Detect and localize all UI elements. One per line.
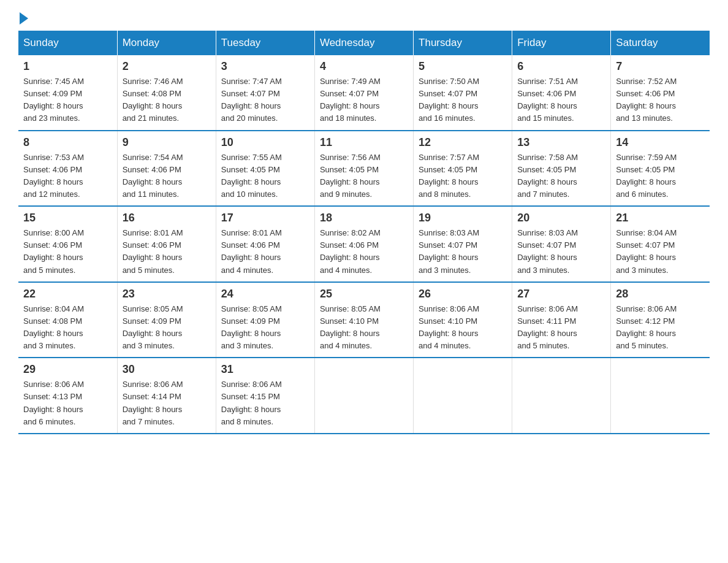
day-number: 27: [517, 288, 605, 301]
day-info: Sunrise: 7:45 AMSunset: 4:09 PMDaylight:…: [23, 75, 112, 125]
day-info: Sunrise: 7:52 AMSunset: 4:06 PMDaylight:…: [616, 75, 705, 125]
day-number: 7: [616, 60, 705, 73]
calendar-cell: 30 Sunrise: 8:06 AMSunset: 4:14 PMDaylig…: [117, 358, 216, 434]
day-info: Sunrise: 8:06 AMSunset: 4:13 PMDaylight:…: [23, 378, 112, 428]
calendar-cell: [314, 358, 413, 434]
day-number: 29: [23, 363, 112, 376]
page-header: [18, 12, 710, 25]
day-info: Sunrise: 7:47 AMSunset: 4:07 PMDaylight:…: [221, 75, 309, 125]
calendar-week-4: 22 Sunrise: 8:04 AMSunset: 4:08 PMDaylig…: [18, 282, 710, 358]
day-number: 13: [517, 136, 605, 149]
day-info: Sunrise: 7:54 AMSunset: 4:06 PMDaylight:…: [123, 151, 211, 201]
calendar-cell: 23 Sunrise: 8:05 AMSunset: 4:09 PMDaylig…: [117, 282, 216, 358]
calendar-cell: 24 Sunrise: 8:05 AMSunset: 4:09 PMDaylig…: [216, 282, 314, 358]
day-number: 12: [419, 136, 507, 149]
day-number: 10: [221, 136, 309, 149]
day-number: 6: [517, 60, 605, 73]
calendar-cell: 7 Sunrise: 7:52 AMSunset: 4:06 PMDayligh…: [611, 55, 710, 131]
day-number: 21: [616, 212, 705, 224]
day-info: Sunrise: 8:03 AMSunset: 4:07 PMDaylight:…: [419, 227, 507, 277]
day-number: 28: [616, 288, 705, 301]
day-info: Sunrise: 8:06 AMSunset: 4:10 PMDaylight:…: [419, 303, 507, 353]
day-number: 17: [221, 212, 309, 224]
calendar-cell: 12 Sunrise: 7:57 AMSunset: 4:05 PMDaylig…: [414, 131, 512, 207]
day-info: Sunrise: 8:06 AMSunset: 4:11 PMDaylight:…: [517, 303, 605, 353]
day-number: 30: [123, 363, 211, 376]
day-info: Sunrise: 7:55 AMSunset: 4:05 PMDaylight:…: [221, 151, 309, 201]
day-info: Sunrise: 7:49 AMSunset: 4:07 PMDaylight:…: [320, 75, 408, 125]
day-number: 20: [517, 212, 605, 224]
calendar-cell: 28 Sunrise: 8:06 AMSunset: 4:12 PMDaylig…: [611, 282, 710, 358]
header-wednesday: Wednesday: [314, 31, 413, 55]
day-info: Sunrise: 8:06 AMSunset: 4:14 PMDaylight:…: [123, 378, 211, 428]
day-number: 31: [221, 363, 309, 376]
calendar-cell: 8 Sunrise: 7:53 AMSunset: 4:06 PMDayligh…: [18, 131, 117, 207]
day-info: Sunrise: 7:56 AMSunset: 4:05 PMDaylight:…: [320, 151, 408, 201]
header-tuesday: Tuesday: [216, 31, 314, 55]
day-number: 8: [23, 136, 112, 149]
day-info: Sunrise: 8:03 AMSunset: 4:07 PMDaylight:…: [517, 227, 605, 277]
day-info: Sunrise: 8:00 AMSunset: 4:06 PMDaylight:…: [23, 227, 112, 277]
day-number: 23: [123, 288, 211, 301]
day-number: 9: [123, 136, 211, 149]
day-info: Sunrise: 8:04 AMSunset: 4:07 PMDaylight:…: [616, 227, 705, 277]
calendar-cell: 11 Sunrise: 7:56 AMSunset: 4:05 PMDaylig…: [314, 131, 413, 207]
day-number: 18: [320, 212, 408, 224]
calendar-cell: [512, 358, 611, 434]
day-info: Sunrise: 7:46 AMSunset: 4:08 PMDaylight:…: [123, 75, 211, 125]
day-info: Sunrise: 7:58 AMSunset: 4:05 PMDaylight:…: [517, 151, 605, 201]
day-number: 26: [419, 288, 507, 301]
calendar-cell: 3 Sunrise: 7:47 AMSunset: 4:07 PMDayligh…: [216, 55, 314, 131]
day-number: 4: [320, 60, 408, 73]
day-info: Sunrise: 8:05 AMSunset: 4:09 PMDaylight:…: [123, 303, 211, 353]
header-friday: Friday: [512, 31, 611, 55]
calendar-cell: 26 Sunrise: 8:06 AMSunset: 4:10 PMDaylig…: [414, 282, 512, 358]
calendar-cell: 22 Sunrise: 8:04 AMSunset: 4:08 PMDaylig…: [18, 282, 117, 358]
day-number: 2: [123, 60, 211, 73]
calendar-cell: 25 Sunrise: 8:05 AMSunset: 4:10 PMDaylig…: [314, 282, 413, 358]
calendar-cell: 19 Sunrise: 8:03 AMSunset: 4:07 PMDaylig…: [414, 206, 512, 282]
calendar-cell: 18 Sunrise: 8:02 AMSunset: 4:06 PMDaylig…: [314, 206, 413, 282]
calendar-cell: 10 Sunrise: 7:55 AMSunset: 4:05 PMDaylig…: [216, 131, 314, 207]
calendar-cell: 5 Sunrise: 7:50 AMSunset: 4:07 PMDayligh…: [414, 55, 512, 131]
calendar-cell: 16 Sunrise: 8:01 AMSunset: 4:06 PMDaylig…: [117, 206, 216, 282]
day-number: 19: [419, 212, 507, 224]
day-number: 5: [419, 60, 507, 73]
day-info: Sunrise: 7:50 AMSunset: 4:07 PMDaylight:…: [419, 75, 507, 125]
calendar-week-5: 29 Sunrise: 8:06 AMSunset: 4:13 PMDaylig…: [18, 358, 710, 434]
header-sunday: Sunday: [18, 31, 117, 55]
calendar-week-1: 1 Sunrise: 7:45 AMSunset: 4:09 PMDayligh…: [18, 55, 710, 131]
calendar-week-3: 15 Sunrise: 8:00 AMSunset: 4:06 PMDaylig…: [18, 206, 710, 282]
day-number: 15: [23, 212, 112, 224]
day-info: Sunrise: 7:57 AMSunset: 4:05 PMDaylight:…: [419, 151, 507, 201]
calendar-cell: 29 Sunrise: 8:06 AMSunset: 4:13 PMDaylig…: [18, 358, 117, 434]
calendar-cell: 27 Sunrise: 8:06 AMSunset: 4:11 PMDaylig…: [512, 282, 611, 358]
day-info: Sunrise: 7:53 AMSunset: 4:06 PMDaylight:…: [23, 151, 112, 201]
day-number: 14: [616, 136, 705, 149]
day-info: Sunrise: 8:01 AMSunset: 4:06 PMDaylight:…: [221, 227, 309, 277]
header-monday: Monday: [117, 31, 216, 55]
day-info: Sunrise: 7:59 AMSunset: 4:05 PMDaylight:…: [616, 151, 705, 201]
calendar-cell: [611, 358, 710, 434]
calendar-cell: 15 Sunrise: 8:00 AMSunset: 4:06 PMDaylig…: [18, 206, 117, 282]
calendar-cell: 21 Sunrise: 8:04 AMSunset: 4:07 PMDaylig…: [611, 206, 710, 282]
day-number: 1: [23, 60, 112, 73]
calendar-cell: [414, 358, 512, 434]
calendar-cell: 14 Sunrise: 7:59 AMSunset: 4:05 PMDaylig…: [611, 131, 710, 207]
calendar-table: SundayMondayTuesdayWednesdayThursdayFrid…: [18, 31, 710, 434]
day-info: Sunrise: 8:05 AMSunset: 4:10 PMDaylight:…: [320, 303, 408, 353]
calendar-cell: 13 Sunrise: 7:58 AMSunset: 4:05 PMDaylig…: [512, 131, 611, 207]
logo: [18, 12, 29, 25]
header-thursday: Thursday: [414, 31, 512, 55]
logo-triangle-icon: [20, 12, 28, 25]
day-number: 3: [221, 60, 309, 73]
day-info: Sunrise: 8:06 AMSunset: 4:15 PMDaylight:…: [221, 378, 309, 428]
calendar-cell: 4 Sunrise: 7:49 AMSunset: 4:07 PMDayligh…: [314, 55, 413, 131]
calendar-cell: 1 Sunrise: 7:45 AMSunset: 4:09 PMDayligh…: [18, 55, 117, 131]
calendar-cell: 2 Sunrise: 7:46 AMSunset: 4:08 PMDayligh…: [117, 55, 216, 131]
day-number: 16: [123, 212, 211, 224]
calendar-cell: 17 Sunrise: 8:01 AMSunset: 4:06 PMDaylig…: [216, 206, 314, 282]
calendar-cell: 6 Sunrise: 7:51 AMSunset: 4:06 PMDayligh…: [512, 55, 611, 131]
day-info: Sunrise: 8:06 AMSunset: 4:12 PMDaylight:…: [616, 303, 705, 353]
calendar-cell: 9 Sunrise: 7:54 AMSunset: 4:06 PMDayligh…: [117, 131, 216, 207]
